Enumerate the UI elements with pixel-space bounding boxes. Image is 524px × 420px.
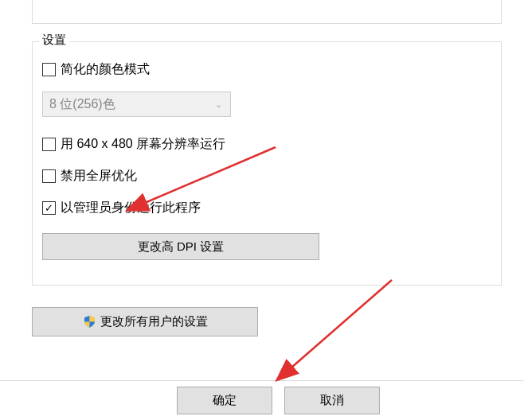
disable-fullscreen-label: 禁用全屏优化 — [61, 168, 137, 185]
change-dpi-label: 更改高 DPI 设置 — [138, 239, 224, 255]
color-depth-dropdown: 8 位(256)色 ⌄ — [42, 91, 231, 117]
check-icon: ✓ — [45, 203, 53, 213]
upper-panel-remnant — [32, 0, 502, 24]
disable-fullscreen-checkbox[interactable] — [42, 169, 56, 183]
resolution-label: 用 640 x 480 屏幕分辨率运行 — [61, 136, 225, 153]
simplified-color-row[interactable]: 简化的颜色模式 — [42, 61, 150, 78]
ok-label: 确定 — [213, 393, 237, 408]
svg-line-2 — [291, 280, 392, 368]
run-as-admin-label: 以管理员身份运行此程序 — [61, 200, 201, 216]
cancel-label: 取消 — [320, 393, 344, 408]
disable-fullscreen-row[interactable]: 禁用全屏优化 — [42, 168, 137, 185]
simplified-color-checkbox[interactable] — [42, 63, 56, 76]
resolution-checkbox[interactable] — [42, 138, 56, 151]
chevron-down-icon: ⌄ — [215, 99, 222, 110]
shield-icon — [83, 315, 96, 329]
settings-groupbox: 设置 简化的颜色模式 8 位(256)色 ⌄ 用 640 x 480 屏幕分辨率… — [32, 41, 502, 286]
dialog-button-row: 确定 取消 — [0, 380, 524, 420]
resolution-row[interactable]: 用 640 x 480 屏幕分辨率运行 — [42, 136, 225, 153]
ok-button[interactable]: 确定 — [177, 387, 272, 414]
run-as-admin-row[interactable]: ✓ 以管理员身份运行此程序 — [42, 200, 201, 216]
cancel-button[interactable]: 取消 — [284, 387, 380, 414]
settings-legend: 设置 — [39, 33, 69, 48]
simplified-color-label: 简化的颜色模式 — [61, 61, 150, 78]
run-as-admin-checkbox[interactable]: ✓ — [42, 201, 56, 215]
change-all-users-label: 更改所有用户的设置 — [100, 314, 208, 329]
change-all-users-button[interactable]: 更改所有用户的设置 — [32, 307, 258, 336]
color-depth-value: 8 位(256)色 — [49, 96, 115, 113]
change-dpi-button[interactable]: 更改高 DPI 设置 — [42, 233, 319, 260]
